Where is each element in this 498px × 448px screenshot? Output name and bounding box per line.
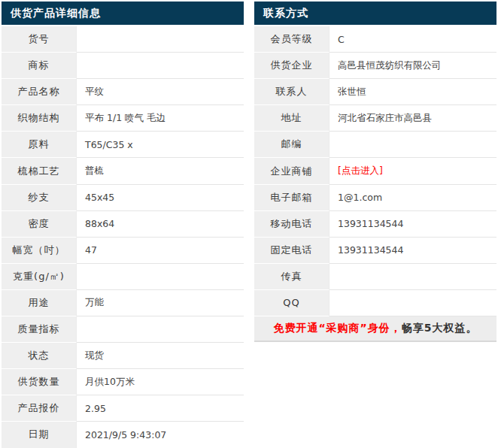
row-value: 月供10万米: [85, 376, 135, 389]
table-row: 供货数量月供10万米: [2, 369, 244, 395]
row-label: 供货数量: [2, 369, 77, 395]
table-row: 邮编: [254, 132, 496, 158]
product-rows: 货号商标产品名称平纹织物结构平布 1/1 喷气 毛边原料T65/C35 x梳棉工…: [2, 26, 244, 448]
table-row: 传真: [254, 264, 496, 290]
row-label: 传真: [254, 264, 329, 290]
row-value-cell: 万能: [77, 290, 244, 316]
row-label: 联系人: [254, 79, 329, 105]
row-value: C: [338, 34, 345, 45]
row-value-cell: 河北省石家庄市高邑县: [329, 105, 496, 132]
product-detail-panel: 供货产品详细信息 货号商标产品名称平纹织物结构平布 1/1 喷气 毛边原料T65…: [2, 2, 244, 448]
row-value-cell: [点击进入]: [329, 158, 496, 184]
table-row: 地址河北省石家庄市高邑县: [254, 105, 496, 132]
row-value-cell: [77, 316, 244, 343]
row-value: 1@1.com: [338, 192, 382, 203]
row-value-cell: [329, 290, 496, 316]
contact-rows: 会员等级C供货企业高邑县恒茂纺织有限公司联系人张世恒地址河北省石家庄市高邑县邮编…: [254, 26, 496, 316]
row-value: 河北省石家庄市高邑县: [338, 112, 432, 125]
row-value: 45x45: [85, 192, 114, 203]
row-value: T65/C35 x: [85, 139, 133, 150]
shop-enter-link[interactable]: [点击进入]: [338, 165, 383, 177]
table-row: 质量指标: [2, 316, 244, 343]
row-label: 电子邮箱: [254, 185, 329, 211]
row-label: 企业商铺: [254, 158, 329, 184]
row-value: 平布 1/1 喷气 毛边: [85, 112, 165, 125]
row-value-cell: C: [329, 26, 496, 53]
row-label: 供货企业: [254, 53, 329, 79]
row-label: 产品报价: [2, 395, 77, 422]
row-label: 用途: [2, 290, 77, 316]
panels-container: 供货产品详细信息 货号商标产品名称平纹织物结构平布 1/1 喷气 毛边原料T65…: [2, 2, 496, 448]
table-row: 幅宽（吋）47: [2, 238, 244, 264]
table-row: 原料T65/C35 x: [2, 132, 244, 158]
row-label: 纱支: [2, 185, 77, 211]
table-row: 企业商铺[点击进入]: [254, 158, 496, 184]
row-value-cell: 普梳: [77, 158, 244, 184]
promo-rest-text: 畅享5大权益。: [402, 322, 478, 335]
promo-highlight-text: 免费开通“采购商”身份，: [273, 322, 401, 335]
table-row: QQ: [254, 290, 496, 316]
row-value: 2.95: [85, 403, 106, 414]
table-row: 固定电话13931134544: [254, 238, 496, 264]
row-value-cell: 高邑县恒茂纺织有限公司: [329, 53, 496, 79]
table-row: 日期2021/9/5 9:43:07: [2, 422, 244, 448]
row-value-cell: [77, 26, 244, 53]
table-row: 移动电话13931134544: [254, 211, 496, 238]
row-value: 平纹: [85, 86, 104, 98]
row-value: 13931134544: [338, 244, 403, 256]
row-label: 商标: [2, 53, 77, 79]
row-label: 密度: [2, 211, 77, 238]
row-value-cell: T65/C35 x: [77, 132, 244, 158]
row-value-cell: 45x45: [77, 185, 244, 211]
table-row: 商标: [2, 53, 244, 79]
row-label: 移动电话: [254, 211, 329, 238]
promo-banner[interactable]: 免费开通“采购商”身份，畅享5大权益。: [254, 316, 496, 342]
row-label: QQ: [254, 290, 329, 316]
table-row: 会员等级C: [254, 26, 496, 53]
row-label: 质量指标: [2, 316, 77, 343]
row-value-cell: 1@1.com: [329, 185, 496, 211]
row-value-cell: 88x64: [77, 211, 244, 238]
page: 供货产品详细信息 货号商标产品名称平纹织物结构平布 1/1 喷气 毛边原料T65…: [0, 0, 498, 448]
table-row: 产品报价2.95: [2, 395, 244, 422]
table-row: 货号: [2, 26, 244, 53]
table-row: 状态现货: [2, 343, 244, 369]
table-row: 产品名称平纹: [2, 79, 244, 105]
table-row: 联系人张世恒: [254, 79, 496, 105]
row-value-cell: [329, 132, 496, 158]
row-label: 货号: [2, 26, 77, 53]
row-value-cell: [77, 53, 244, 79]
row-value-cell: 平纹: [77, 79, 244, 105]
row-label: 原料: [2, 132, 77, 158]
row-label: 幅宽（吋）: [2, 238, 77, 264]
contact-panel-title: 联系方式: [254, 2, 496, 25]
table-row: 电子邮箱1@1.com: [254, 185, 496, 211]
row-value-cell: 平布 1/1 喷气 毛边: [77, 105, 244, 132]
row-value: 万能: [85, 296, 104, 309]
row-value: 高邑县恒茂纺织有限公司: [338, 59, 442, 72]
row-value-cell: 13931134544: [329, 211, 496, 238]
table-row: 纱支45x45: [2, 185, 244, 211]
row-value: 张世恒: [338, 86, 366, 98]
row-label: 状态: [2, 343, 77, 369]
row-label: 产品名称: [2, 79, 77, 105]
table-row: 密度88x64: [2, 211, 244, 238]
row-label: 织物结构: [2, 105, 77, 132]
row-value-cell: 2.95: [77, 395, 244, 422]
product-panel-title: 供货产品详细信息: [2, 2, 244, 25]
table-row: 织物结构平布 1/1 喷气 毛边: [2, 105, 244, 132]
row-label: 日期: [2, 422, 77, 448]
row-value: 现货: [85, 350, 104, 362]
row-value: 2021/9/5 9:43:07: [85, 429, 166, 440]
row-label: 固定电话: [254, 238, 329, 264]
row-value-cell: [329, 264, 496, 290]
row-value-cell: 张世恒: [329, 79, 496, 105]
table-row: 克重(g/㎡): [2, 264, 244, 290]
table-row: 用途万能: [2, 290, 244, 316]
row-value: 88x64: [85, 218, 114, 229]
row-value-cell: [77, 264, 244, 290]
row-value: 47: [85, 244, 97, 256]
row-label: 邮编: [254, 132, 329, 158]
row-value: 普梳: [85, 165, 104, 177]
row-label: 地址: [254, 105, 329, 132]
